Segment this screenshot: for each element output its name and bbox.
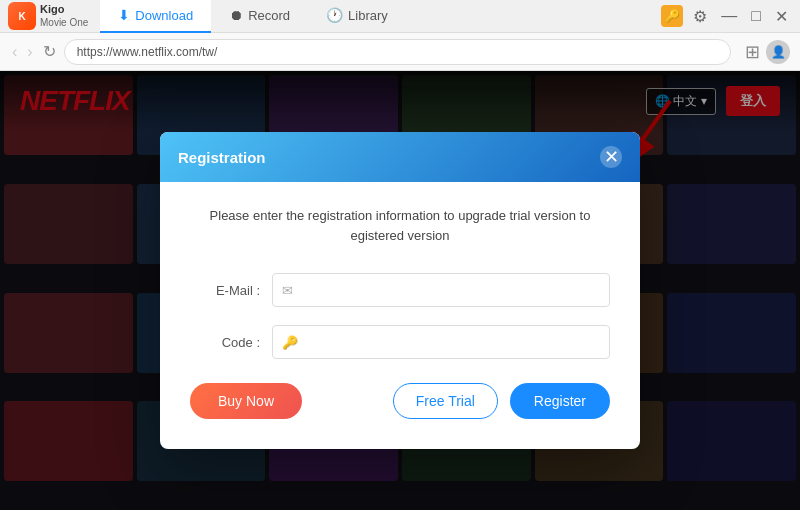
forward-button[interactable]: › bbox=[25, 41, 34, 63]
close-button[interactable]: ✕ bbox=[771, 5, 792, 28]
modal-header: Registration ✕ bbox=[160, 132, 640, 182]
main-content: NETFLIX 🌐 中文 ▾ 登入 Registration ✕ bbox=[0, 71, 800, 510]
registration-modal: Registration ✕ Please enter the registra… bbox=[160, 132, 640, 449]
address-bar[interactable]: https://www.netflix.com/tw/ bbox=[64, 39, 731, 65]
code-row: Code : 🔑 bbox=[190, 325, 610, 359]
email-label: E-Mail : bbox=[190, 283, 260, 298]
email-row: E-Mail : ✉ bbox=[190, 273, 610, 307]
modal-description: Please enter the registration informatio… bbox=[190, 206, 610, 245]
url-text: https://www.netflix.com/tw/ bbox=[77, 45, 218, 59]
modal-body: Please enter the registration informatio… bbox=[160, 182, 640, 449]
maximize-button[interactable]: □ bbox=[747, 5, 765, 27]
window-controls: 🔑 ⚙ — □ ✕ bbox=[661, 5, 792, 28]
code-label: Code : bbox=[190, 335, 260, 350]
free-trial-button[interactable]: Free Trial bbox=[393, 383, 498, 419]
modal-footer: Buy Now Free Trial Register bbox=[190, 383, 610, 419]
app-logo-icon: K bbox=[8, 2, 36, 30]
grid-icon[interactable]: ⊞ bbox=[745, 41, 760, 63]
back-button[interactable]: ‹ bbox=[10, 41, 19, 63]
modal-title: Registration bbox=[178, 149, 266, 166]
app-subtitle: Movie One bbox=[40, 17, 88, 29]
browser-bar: ‹ › ↻ https://www.netflix.com/tw/ ⊞ 👤 bbox=[0, 33, 800, 71]
email-icon: ✉ bbox=[282, 283, 293, 298]
buy-now-button[interactable]: Buy Now bbox=[190, 383, 302, 419]
modal-close-button[interactable]: ✕ bbox=[600, 146, 622, 168]
code-input[interactable] bbox=[272, 325, 610, 359]
register-button[interactable]: Register bbox=[510, 383, 610, 419]
minimize-button[interactable]: — bbox=[717, 5, 741, 27]
modal-overlay: Registration ✕ Please enter the registra… bbox=[0, 71, 800, 510]
app-logo: K Kigo Movie One bbox=[8, 2, 88, 30]
library-icon: 🕐 bbox=[326, 7, 343, 23]
email-input-wrapper: ✉ bbox=[272, 273, 610, 307]
title-bar: K Kigo Movie One ⬇ Download ⏺ Record 🕐 L… bbox=[0, 0, 800, 33]
tab-bar: ⬇ Download ⏺ Record 🕐 Library bbox=[100, 0, 661, 33]
record-icon: ⏺ bbox=[229, 7, 243, 23]
refresh-button[interactable]: ↻ bbox=[41, 40, 58, 63]
tab-library[interactable]: 🕐 Library bbox=[308, 0, 406, 33]
user-avatar[interactable]: 👤 bbox=[766, 40, 790, 64]
tab-download-label: Download bbox=[135, 8, 193, 23]
settings-icon[interactable]: ⚙ bbox=[689, 5, 711, 28]
key-input-icon: 🔑 bbox=[282, 335, 298, 350]
app-name: Kigo bbox=[40, 3, 88, 16]
modal-action-buttons: Free Trial Register bbox=[393, 383, 610, 419]
tab-library-label: Library bbox=[348, 8, 388, 23]
tab-record[interactable]: ⏺ Record bbox=[211, 0, 308, 33]
tab-download[interactable]: ⬇ Download bbox=[100, 0, 211, 33]
key-icon[interactable]: 🔑 bbox=[661, 5, 683, 27]
tab-record-label: Record bbox=[248, 8, 290, 23]
code-input-wrapper: 🔑 bbox=[272, 325, 610, 359]
download-icon: ⬇ bbox=[118, 7, 130, 23]
email-input[interactable] bbox=[272, 273, 610, 307]
app-logo-text: Kigo Movie One bbox=[40, 3, 88, 28]
